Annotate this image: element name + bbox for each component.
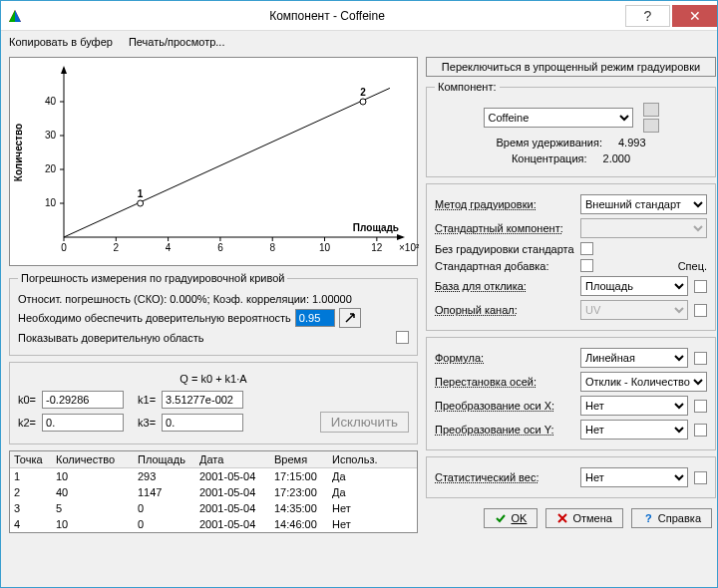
svg-text:10: 10 xyxy=(45,197,57,208)
table-header-cell[interactable]: Дата xyxy=(195,451,270,467)
switch-mode-button[interactable]: Переключиться в упрощенный режим градуир… xyxy=(426,57,716,77)
svg-text:2: 2 xyxy=(114,242,120,253)
svg-marker-5 xyxy=(61,66,67,74)
exclude-button[interactable]: Исключить xyxy=(320,412,409,433)
svg-point-33 xyxy=(138,200,144,206)
table-row[interactable]: 24011472001-05-0417:23:00Да xyxy=(10,484,417,500)
ty-select[interactable]: Нет xyxy=(580,420,688,440)
ref-ch-select[interactable]: UV xyxy=(580,300,688,320)
ref-spec-checkbox[interactable] xyxy=(694,304,707,317)
base-spec-checkbox[interactable] xyxy=(694,280,707,293)
ty-spec-checkbox[interactable] xyxy=(694,424,707,437)
svg-text:10: 10 xyxy=(319,242,331,253)
table-cell: 0 xyxy=(134,516,195,532)
std-add-checkbox[interactable] xyxy=(580,259,593,272)
table-cell: 3 xyxy=(10,500,52,516)
table-cell: 0 xyxy=(134,500,195,516)
table-cell: 2001-05-04 xyxy=(195,484,270,500)
k3-input[interactable] xyxy=(162,414,243,432)
formula-group: Формула: Линейная Перестановка осей: Отк… xyxy=(426,337,716,450)
close-button[interactable]: ✕ xyxy=(672,5,717,27)
table-header-cell[interactable]: Время xyxy=(270,451,328,467)
table-cell: Да xyxy=(328,468,388,484)
ok-button[interactable]: OK xyxy=(484,508,538,528)
error-group: Погрешность измерения по градуировочной … xyxy=(9,272,418,356)
menu-print[interactable]: Печать/просмотр... xyxy=(129,36,225,48)
ret-time-value: 4.993 xyxy=(618,137,646,148)
table-row[interactable]: 1102932001-05-0417:15:00Да xyxy=(10,468,417,484)
help-button[interactable]: ? xyxy=(625,5,670,27)
k0-input[interactable] xyxy=(42,391,124,409)
std-comp-label: Стандартный компонент: xyxy=(435,222,574,234)
base-select[interactable]: Площадь xyxy=(580,276,688,296)
k2-input[interactable] xyxy=(42,414,124,432)
confidence-input[interactable] xyxy=(295,309,335,327)
component-stepper[interactable] xyxy=(643,103,659,133)
menu-copy[interactable]: Копировать в буфер xyxy=(9,36,113,48)
component-legend: Компонент: xyxy=(435,81,500,93)
formula-spec-checkbox[interactable] xyxy=(694,352,707,365)
menubar: Копировать в буфер Печать/просмотр... xyxy=(1,31,717,53)
equation-group: Q = k0 + k1·A k0= k1= k2= k3= Исключить xyxy=(9,362,418,444)
table-cell: 1 xyxy=(10,468,52,484)
axes-select[interactable]: Отклик - Количество xyxy=(580,372,707,392)
k3-label: k3= xyxy=(138,417,156,429)
svg-line-32 xyxy=(64,88,390,237)
component-select[interactable]: Coffeine xyxy=(484,108,633,128)
spec-label: Спец. xyxy=(678,260,707,272)
base-label: База для отклика: xyxy=(435,280,574,292)
table-cell: 2 xyxy=(10,484,52,500)
svg-text:6: 6 xyxy=(217,242,223,253)
table-header-cell[interactable]: Количество xyxy=(52,451,134,467)
table-cell: Нет xyxy=(328,500,388,516)
table-header-cell[interactable]: Точка xyxy=(10,451,52,467)
method-select[interactable]: Внешний стандарт xyxy=(580,194,707,214)
show-conf-checkbox[interactable] xyxy=(396,331,409,344)
ret-time-label: Время удерживания: xyxy=(496,137,602,148)
conc-value: 2.000 xyxy=(603,152,631,164)
error-line1: Относит. погрешность (СКО): 0.000%; Коэф… xyxy=(18,293,352,305)
table-row[interactable]: 3502001-05-0414:35:00Нет xyxy=(10,500,417,516)
window: Компонент - Coffeine ? ✕ Копировать в бу… xyxy=(0,0,718,588)
table-cell: 4 xyxy=(10,516,52,532)
svg-text:12: 12 xyxy=(371,242,383,253)
titlebar: Компонент - Coffeine ? ✕ xyxy=(1,1,717,31)
tx-select[interactable]: Нет xyxy=(580,396,688,416)
table-cell: 2001-05-04 xyxy=(195,516,270,532)
svg-marker-2 xyxy=(9,10,15,22)
svg-text:?: ? xyxy=(645,512,652,524)
tx-spec-checkbox[interactable] xyxy=(694,400,707,413)
equation-text: Q = k0 + k1·A xyxy=(18,373,409,385)
table-cell: Да xyxy=(328,484,388,500)
weight-spec-checkbox[interactable] xyxy=(694,471,707,484)
table-cell: 40 xyxy=(52,484,134,500)
table-header-cell[interactable]: Использ. xyxy=(328,451,388,467)
table-header-cell[interactable]: Площадь xyxy=(134,451,195,467)
std-comp-select[interactable] xyxy=(580,218,707,238)
weight-select[interactable]: Нет xyxy=(580,467,688,487)
formula-select[interactable]: Линейная xyxy=(580,348,688,368)
weight-label: Статистический вес: xyxy=(435,471,574,483)
svg-text:4: 4 xyxy=(166,242,172,253)
conf-label: Необходимо обеспечить доверительную веро… xyxy=(18,312,291,324)
app-icon xyxy=(7,8,23,24)
k0-label: k0= xyxy=(18,394,36,406)
table-cell: 10 xyxy=(52,468,134,484)
svg-text:40: 40 xyxy=(45,96,57,107)
k1-input[interactable] xyxy=(162,391,243,409)
svg-text:20: 20 xyxy=(45,163,57,174)
cancel-button[interactable]: Отмена xyxy=(545,508,622,528)
window-title: Компонент - Coffeine xyxy=(29,9,625,23)
arrow-icon[interactable] xyxy=(339,308,361,328)
axes-label: Перестановка осей: xyxy=(435,376,574,388)
formula-label: Формула: xyxy=(435,352,574,364)
help-button-footer[interactable]: ?Справка xyxy=(631,508,712,528)
footer-buttons: OK Отмена ?Справка xyxy=(426,508,716,528)
table-row[interactable]: 41002001-05-0414:46:00Нет xyxy=(10,516,417,532)
component-group: Компонент: Coffeine Время удерживания: 4… xyxy=(426,81,716,177)
no-std-label: Без градуировки стандарта xyxy=(435,243,574,255)
ty-label: Преобразование оси Y: xyxy=(435,424,574,436)
table-cell: 2001-05-04 xyxy=(195,468,270,484)
table-cell: Нет xyxy=(328,516,388,532)
no-std-checkbox[interactable] xyxy=(580,242,593,255)
